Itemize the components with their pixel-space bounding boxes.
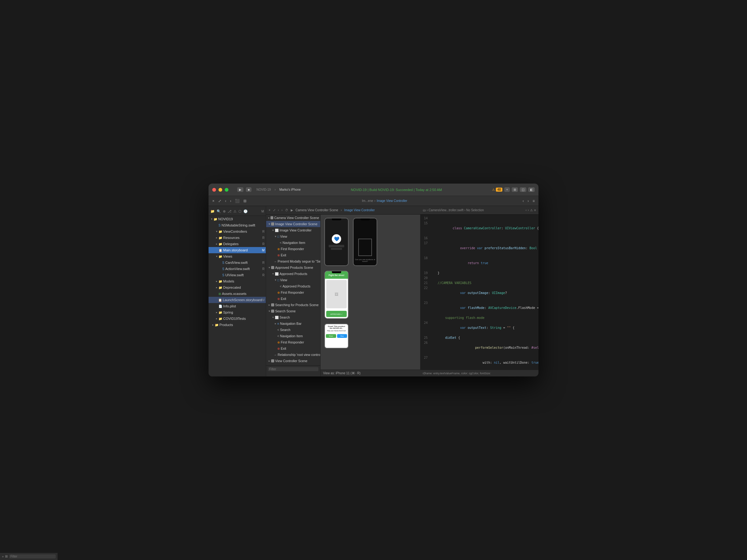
- stop-button[interactable]: ■: [246, 187, 252, 192]
- storyboard-icon: 📋: [218, 248, 222, 252]
- close-sb-icon[interactable]: ×: [268, 209, 271, 212]
- scene-label: Exit: [281, 347, 286, 350]
- nav-git-icon[interactable]: ⎇: [228, 209, 232, 213]
- scene-searching[interactable]: ▸ Searching for Products Scene: [266, 302, 320, 308]
- scene-approved-fr[interactable]: ⊕ First Responder: [266, 289, 320, 296]
- sb-breadcrumb-sep: ›: [341, 209, 342, 212]
- nav-item-novid19[interactable]: ▾ 📁 NOVID19: [209, 216, 266, 222]
- nav-label: Products: [220, 323, 233, 327]
- nav-label: NOVID19: [218, 217, 233, 221]
- scene-approved[interactable]: ▾ Approved Products Scene: [266, 264, 320, 271]
- nav-recent-icon[interactable]: 🕐: [243, 209, 248, 213]
- scene-search-rel[interactable]: → Relationship 'root view controll...: [266, 351, 320, 358]
- scene-search-fr[interactable]: ⊕ First Responder: [266, 339, 320, 345]
- code-body[interactable]: 14 15 class CameraViewController: UIView…: [420, 215, 538, 370]
- zoom-btn[interactable]: ⤢: [217, 198, 223, 204]
- scene-label: Navigation Item: [280, 334, 303, 338]
- code-inspector-icon[interactable]: ≡: [534, 209, 536, 212]
- scene-navitem[interactable]: < Navigation Item: [266, 240, 320, 246]
- nav-prev[interactable]: ‹: [521, 198, 525, 204]
- scene-label: Navigation Item: [283, 241, 305, 244]
- nav-item-spring[interactable]: ▸ 📁 Spring: [209, 309, 266, 316]
- secondary-toolbar: × ⤢ ‹ › ⬛ ⊞ Im...ene › Image View Contro…: [209, 196, 538, 206]
- sb-hist-icon[interactable]: ⏱: [285, 209, 288, 212]
- scene-search-exit[interactable]: ⊗ Exit: [266, 345, 320, 351]
- nav-item-infoplist[interactable]: 📄 Info.plist: [209, 303, 266, 309]
- zoom-sb-icon[interactable]: ⤢: [273, 209, 276, 212]
- scene-view[interactable]: ▾ □ View: [266, 233, 320, 240]
- nav-item-viewcontrollers[interactable]: ▾ 📁 ViewControllers R: [209, 229, 266, 235]
- scene-search-navbar[interactable]: ▸ ≡ Navigation Bar: [266, 320, 320, 327]
- exit-icon: ⊗: [277, 347, 280, 350]
- storyboard-canvas[interactable]: 💙 Can you see products at home?: [320, 215, 420, 376]
- disc: ▾: [215, 230, 218, 233]
- scene-search-vc[interactable]: ▾ ⬜ Search: [266, 314, 320, 320]
- scene-approved-view[interactable]: ▾ □ View: [266, 277, 320, 283]
- nav-label: Models: [223, 279, 234, 283]
- scene-approved-vc[interactable]: ▾ ⬜ Approved Products: [266, 271, 320, 277]
- close-button[interactable]: [212, 188, 216, 192]
- nav-folder-icon[interactable]: 📁: [210, 209, 215, 213]
- scene-label: Searching for Products Scene: [275, 303, 319, 307]
- scene-segue[interactable]: → Present Modally segue to "Sear...: [266, 258, 320, 264]
- nav-item-actionview[interactable]: S ActionView.swift R: [209, 266, 266, 272]
- code-toolbar: 🗂 › CameraView...troller.swift › No Sele…: [420, 206, 538, 215]
- maximize-button[interactable]: [225, 188, 229, 192]
- disclosure-icon: ▾: [210, 217, 213, 220]
- nav-search-icon[interactable]: 🔍: [216, 209, 221, 213]
- nav-item-resources[interactable]: ▸ 📁 Resources R: [209, 235, 266, 241]
- nav-item-deprecated[interactable]: ▸ 📁 Deprecated: [209, 284, 266, 291]
- minimize-button[interactable]: [218, 188, 222, 192]
- disc-icon: ▾: [274, 235, 277, 238]
- inspector-toggle[interactable]: ◧: [528, 187, 535, 192]
- nav-item-covid19tests[interactable]: ▸ 📁 COVID19Tests: [209, 316, 266, 322]
- forward-btn[interactable]: ›: [229, 198, 232, 204]
- nav-filter-icon[interactable]: ⊕: [223, 209, 226, 213]
- nav-item-delegates[interactable]: ▸ 📁 Delegates R: [209, 241, 266, 247]
- storyboard-scope-bar: × ⤢ ‹ › ⏱ ▶ Camera View Controller Scene…: [266, 206, 420, 215]
- scene-search-navitem[interactable]: < Navigation Item: [266, 333, 320, 339]
- sb-back-icon[interactable]: ‹: [278, 209, 279, 212]
- add-button[interactable]: +: [504, 187, 510, 192]
- sidebar-toggle[interactable]: ◫: [520, 187, 526, 192]
- scene-approved-exit[interactable]: ⊗ Exit: [266, 296, 320, 302]
- nav-test-icon[interactable]: ⬡: [238, 209, 241, 213]
- layout-btn[interactable]: ≡: [531, 198, 536, 204]
- nav-next[interactable]: ›: [526, 198, 530, 204]
- close-tab[interactable]: ×: [211, 198, 216, 204]
- view-icon: □: [277, 278, 279, 282]
- nav-item-cardview[interactable]: S CardView.swift R: [209, 260, 266, 266]
- storyboard-panel: × ⤢ ‹ › ⏱ ▶ Camera View Controller Scene…: [266, 206, 420, 376]
- scene-exit[interactable]: ⊗ Exit: [266, 252, 320, 258]
- nav-item-views[interactable]: ▾ 📁 Views: [209, 253, 266, 260]
- scene-search-view[interactable]: < Search: [266, 327, 320, 333]
- nav-item-main-storyboard[interactable]: 📋 Main.storyboard M: [209, 247, 266, 253]
- code-editor: 🗂 › CameraView...troller.swift › No Sele…: [420, 206, 538, 376]
- scene-image-vc[interactable]: ▾ Image View Controller Scene: [266, 221, 320, 227]
- sb-fwd-icon[interactable]: ›: [281, 209, 282, 212]
- code-warning-icon[interactable]: ⚠: [530, 209, 533, 212]
- code-nav-left[interactable]: ‹: [525, 209, 526, 212]
- sb-jump-icon[interactable]: ▶: [291, 209, 293, 212]
- scene-first-responder[interactable]: ⊕ First Responder: [266, 246, 320, 252]
- scene-vc[interactable]: ▸ View Controller Scene: [266, 358, 320, 364]
- nav-warning-icon[interactable]: ⚠: [233, 209, 236, 213]
- xcode-window: ▶ ■ NOVID-19 › Marko's iPhone NOVID-19 |…: [209, 184, 538, 376]
- nav-item-launchscreen[interactable]: 📋 LaunchScreen.storyboard M: [209, 297, 266, 303]
- split-btn[interactable]: ⊞: [512, 187, 518, 192]
- nav-item-models[interactable]: ▸ 📁 Models: [209, 278, 266, 284]
- nav-item-assets[interactable]: ⊞ Assets.xcassets: [209, 291, 266, 297]
- nav-item-nsmutable[interactable]: S NSMutableString.swift: [209, 222, 266, 229]
- scene-filter-input[interactable]: [268, 367, 318, 371]
- scene-camera-vc[interactable]: ▸ Camera View Controller Scene: [266, 215, 320, 221]
- back-btn[interactable]: ‹: [224, 198, 228, 204]
- nav-item-products[interactable]: ▸ 📁 Products: [209, 322, 266, 328]
- scene-approved-products-view[interactable]: < Approved Products: [266, 283, 320, 289]
- scene-search[interactable]: ▾ Search Scene: [266, 308, 320, 314]
- toolbar-btn2[interactable]: ⊞: [242, 198, 248, 204]
- nav-item-uiview[interactable]: S UIView.swift R: [209, 272, 266, 278]
- code-nav-right[interactable]: ›: [528, 209, 529, 212]
- run-button[interactable]: ▶: [237, 187, 243, 192]
- scene-image-vc-item[interactable]: ▾ ⬜ Image View Controller: [266, 227, 320, 233]
- toolbar-btn1[interactable]: ⬛: [234, 198, 241, 204]
